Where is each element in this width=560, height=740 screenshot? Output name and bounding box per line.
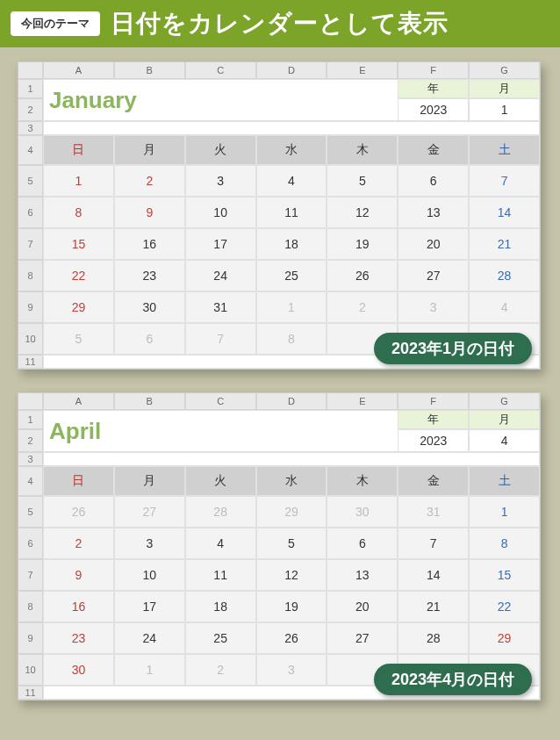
day-cell: 25 — [185, 622, 256, 654]
calendar-sheet-january: A B C D E F G 1 January 年 月 2 2023 1 3 — [18, 61, 541, 370]
calendar-sheet-april: A B C D E F G 1 April 年 月 2 2023 4 3 4 日… — [18, 392, 541, 700]
day-cell: 15 — [43, 228, 114, 260]
year-label: 年 — [398, 410, 469, 429]
col-E: E — [327, 393, 398, 410]
row-2: 2 — [18, 98, 43, 121]
header-bar: 今回のテーマ 日付をカレンダーとして表示 — [0, 0, 560, 47]
row-3: 3 — [18, 121, 43, 135]
row-4: 4 — [18, 466, 43, 496]
day-cell: 8 — [469, 528, 540, 559]
day-cell: 9 — [43, 559, 114, 591]
col-F: F — [398, 393, 469, 410]
row-10: 10 — [18, 654, 43, 686]
day-cell: 26 — [43, 496, 114, 528]
day-cell: 25 — [256, 260, 327, 291]
day-cell: 17 — [114, 591, 185, 622]
dow-mon: 月 — [114, 466, 185, 496]
row-8: 8 — [18, 591, 43, 622]
month-label: 月 — [469, 410, 540, 429]
day-cell: 21 — [398, 591, 469, 622]
spacer-row — [43, 452, 540, 466]
day-cell: 1 — [256, 291, 327, 323]
day-cell: 30 — [43, 654, 114, 686]
day-cell: 7 — [185, 323, 256, 355]
day-cell: 14 — [398, 559, 469, 591]
row-7: 7 — [18, 228, 43, 260]
day-cell: 18 — [256, 228, 327, 260]
day-cell: 12 — [327, 197, 398, 228]
dow-sat: 土 — [469, 466, 540, 496]
day-cell: 30 — [114, 291, 185, 323]
col-C: C — [185, 62, 256, 79]
day-cell: 10 — [185, 197, 256, 228]
month-value: 1 — [469, 98, 540, 121]
day-cell: 19 — [256, 591, 327, 622]
day-cell: 23 — [43, 622, 114, 654]
dow-sat: 土 — [469, 135, 540, 165]
month-value: 4 — [469, 429, 540, 452]
day-cell: 20 — [327, 591, 398, 622]
dow-sun: 日 — [43, 466, 114, 496]
theme-badge: 今回のテーマ — [11, 11, 100, 36]
dow-sun: 日 — [43, 135, 114, 165]
day-cell: 7 — [398, 528, 469, 559]
day-cell: 15 — [469, 559, 540, 591]
day-cell: 29 — [469, 622, 540, 654]
day-cell: 1 — [43, 165, 114, 197]
day-cell: 24 — [114, 622, 185, 654]
day-cell: 5 — [256, 528, 327, 559]
day-cell: 13 — [327, 559, 398, 591]
day-cell: 14 — [469, 197, 540, 228]
day-cell: 4 — [256, 165, 327, 197]
col-G: G — [469, 62, 540, 79]
day-cell: 31 — [398, 496, 469, 528]
day-cell: 11 — [185, 559, 256, 591]
day-cell: 26 — [256, 622, 327, 654]
day-cell: 18 — [185, 591, 256, 622]
day-cell: 4 — [185, 528, 256, 559]
col-E: E — [327, 62, 398, 79]
dow-tue: 火 — [185, 135, 256, 165]
month-label: 月 — [469, 79, 540, 98]
day-cell: 13 — [398, 197, 469, 228]
day-cell: 2 — [114, 165, 185, 197]
day-cell: 28 — [398, 622, 469, 654]
dow-wed: 水 — [256, 135, 327, 165]
dow-thu: 木 — [327, 466, 398, 496]
dow-thu: 木 — [327, 135, 398, 165]
col-A: A — [43, 393, 114, 410]
caption-badge: 2023年4月の日付 — [374, 664, 532, 695]
day-cell: 2 — [185, 654, 256, 686]
col-D: D — [256, 393, 327, 410]
day-cell: 28 — [469, 260, 540, 291]
row-6: 6 — [18, 197, 43, 228]
row-2: 2 — [18, 429, 43, 452]
day-cell: 27 — [327, 622, 398, 654]
day-cell: 12 — [256, 559, 327, 591]
row-5: 5 — [18, 165, 43, 197]
day-cell: 4 — [469, 291, 540, 323]
day-cell: 3 — [114, 528, 185, 559]
day-cell: 16 — [43, 591, 114, 622]
caption-badge: 2023年1月の日付 — [374, 333, 532, 364]
row-5: 5 — [18, 496, 43, 528]
day-cell: 20 — [398, 228, 469, 260]
row-4: 4 — [18, 135, 43, 165]
dow-fri: 金 — [398, 135, 469, 165]
day-cell: 8 — [256, 323, 327, 355]
row-7: 7 — [18, 559, 43, 591]
day-cell: 29 — [256, 496, 327, 528]
row-1: 1 — [18, 79, 43, 98]
header-title: 日付をカレンダーとして表示 — [111, 7, 449, 40]
day-cell: 11 — [256, 197, 327, 228]
row-9: 9 — [18, 622, 43, 654]
day-cell: 5 — [43, 323, 114, 355]
row-8: 8 — [18, 260, 43, 291]
day-cell: 3 — [256, 654, 327, 686]
col-F: F — [398, 62, 469, 79]
row-6: 6 — [18, 528, 43, 559]
day-cell: 29 — [43, 291, 114, 323]
day-cell: 19 — [327, 228, 398, 260]
col-C: C — [185, 393, 256, 410]
day-cell: 27 — [398, 260, 469, 291]
